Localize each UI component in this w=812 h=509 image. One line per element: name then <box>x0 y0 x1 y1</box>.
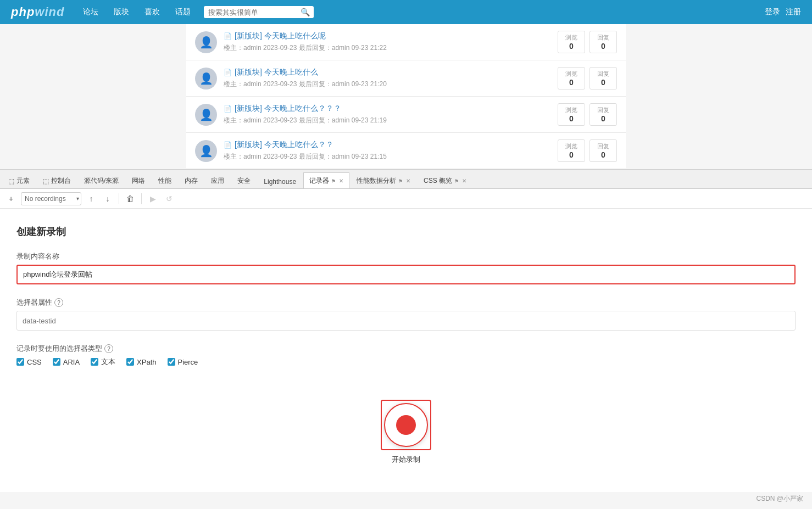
post-title-text-1[interactable]: [新版块] 今天晚上吃什么呢 <box>235 31 326 41</box>
tab-console[interactable]: ⬚ 控制台 <box>37 172 77 189</box>
record-button-box <box>381 400 431 450</box>
play-button[interactable]: ▶ <box>146 192 159 205</box>
checkbox-aria-input[interactable] <box>53 358 60 366</box>
checkbox-group: CSS ARIA 文本 XPath Pierce <box>16 357 796 367</box>
post-stats-3: 浏览 0 回复 0 <box>558 103 617 126</box>
selector-form-group: 选择器属性 ? <box>16 298 796 331</box>
selector-input[interactable] <box>16 311 796 331</box>
post-item-2: 👤 📄 [新版块] 今天晚上吃什么 楼主：admin 2023-09-23 最后… <box>186 60 626 97</box>
tab-recorder[interactable]: 记录器 ⚑ ✕ <box>303 172 349 189</box>
post-info-4: 📄 [新版块] 今天晚上吃什么？？ 楼主：admin 2023-09-23 最后… <box>224 140 558 161</box>
replies-label-2: 回复 <box>597 70 609 78</box>
post-title-1: 📄 [新版块] 今天晚上吃什么呢 <box>224 31 558 41</box>
devtools-panel: ⬚ 元素 ⬚ 控制台 源代码/来源 网络 性能 内存 应用 安全 Lightho… <box>0 169 812 492</box>
checkbox-xpath-input[interactable] <box>126 358 134 366</box>
post-info-2: 📄 [新版块] 今天晚上吃什么 楼主：admin 2023-09-23 最后回复… <box>224 68 558 89</box>
tab-memory[interactable]: 内存 <box>179 172 204 189</box>
post-item-3: 👤 📄 [新版块] 今天晚上吃什么？？？ 楼主：admin 2023-09-23… <box>186 97 626 133</box>
post-title-text-4[interactable]: [新版块] 今天晚上吃什么？？ <box>235 140 333 150</box>
download-button[interactable]: ↓ <box>101 192 114 205</box>
replies-stat-4: 回复 0 <box>589 139 617 162</box>
tab-security[interactable]: 安全 <box>231 172 257 189</box>
search-input[interactable] <box>208 8 301 16</box>
tab-network[interactable]: 网络 <box>126 172 151 189</box>
avatar-2: 👤 <box>195 68 217 90</box>
register-link[interactable]: 注册 <box>786 7 801 17</box>
views-label-2: 浏览 <box>565 70 577 78</box>
tab-css-overview-close[interactable]: ✕ <box>462 178 466 184</box>
recording-select-wrapper: No recordings <box>21 192 81 205</box>
logo-php: php <box>11 5 35 19</box>
top-navigation: phpwind 论坛 版块 喜欢 话题 🔍 登录 注册 <box>0 0 812 24</box>
login-link[interactable]: 登录 <box>765 7 780 17</box>
views-label-3: 浏览 <box>565 106 577 114</box>
checkbox-css[interactable]: CSS <box>16 358 42 366</box>
search-icon: 🔍 <box>301 8 310 16</box>
checkbox-pierce-input[interactable] <box>168 358 175 366</box>
post-stats-2: 浏览 0 回复 0 <box>558 67 617 90</box>
tab-css-overview[interactable]: CSS 概览 ⚑ ✕ <box>418 172 472 189</box>
tab-performance-insights[interactable]: 性能数据分析 ⚑ ✕ <box>351 172 416 189</box>
name-input[interactable] <box>16 265 796 284</box>
recording-select[interactable]: No recordings <box>21 192 81 205</box>
checkbox-css-input[interactable] <box>16 358 24 366</box>
replay-button[interactable]: ↺ <box>163 192 176 205</box>
tab-css-overview-label: CSS 概览 <box>424 176 452 186</box>
nav-topics[interactable]: 话题 <box>173 6 193 18</box>
post-info-1: 📄 [新版块] 今天晚上吃什么呢 楼主：admin 2023-09-23 最后回… <box>224 31 558 53</box>
tab-recorder-badge: ⚑ <box>331 178 336 184</box>
tab-application[interactable]: 应用 <box>205 172 230 189</box>
delete-button[interactable]: 🗑 <box>124 192 137 205</box>
selector-help-icon[interactable]: ? <box>54 298 63 307</box>
post-title-text-3[interactable]: [新版块] 今天晚上吃什么？？？ <box>235 104 341 114</box>
nav-sections[interactable]: 版块 <box>112 6 131 18</box>
tab-lighthouse-label: Lighthouse <box>264 178 296 186</box>
selector-type-form-group: 记录时要使用的选择器类型 ? CSS ARIA 文本 XPat <box>16 344 796 367</box>
tab-perf-insights-close[interactable]: ✕ <box>406 178 410 184</box>
views-label-4: 浏览 <box>565 142 577 150</box>
post-meta-2: 楼主：admin 2023-09-23 最后回复：admin 09-23 21:… <box>224 80 558 89</box>
post-title-2: 📄 [新版块] 今天晚上吃什么 <box>224 68 558 77</box>
name-form-group: 录制内容名称 <box>16 251 796 284</box>
nav-forum[interactable]: 论坛 <box>81 6 101 18</box>
replay-icon: ↺ <box>166 194 173 203</box>
checkbox-text-input[interactable] <box>91 358 98 366</box>
post-title-text-2[interactable]: [新版块] 今天晚上吃什么 <box>235 68 318 77</box>
checkbox-aria[interactable]: ARIA <box>53 358 80 366</box>
tab-recorder-close[interactable]: ✕ <box>339 178 343 184</box>
play-icon: ▶ <box>150 194 156 203</box>
replies-stat-3: 回复 0 <box>589 103 617 126</box>
replies-value-2: 0 <box>601 78 605 87</box>
views-value-4: 0 <box>569 150 574 159</box>
post-meta-1: 楼主：admin 2023-09-23 最后回复：admin 09-23 21:… <box>224 43 558 53</box>
nav-likes[interactable]: 喜欢 <box>142 6 162 18</box>
tab-elements[interactable]: ⬚ 元素 <box>2 172 36 189</box>
logo-wind: wind <box>35 5 64 19</box>
download-icon: ↓ <box>106 194 110 203</box>
checkbox-css-label: CSS <box>27 358 42 366</box>
tab-console-icon: ⬚ <box>43 177 49 185</box>
views-label-1: 浏览 <box>565 33 577 42</box>
tab-elements-label: 元素 <box>16 176 30 186</box>
views-value-3: 0 <box>569 114 574 123</box>
delete-icon: 🗑 <box>126 194 134 203</box>
replies-stat-1: 回复 0 <box>589 31 617 53</box>
replies-label-3: 回复 <box>597 106 609 114</box>
post-meta-3: 楼主：admin 2023-09-23 最后回复：admin 09-23 21:… <box>224 116 558 125</box>
tab-performance[interactable]: 性能 <box>152 172 177 189</box>
checkbox-pierce[interactable]: Pierce <box>168 358 198 366</box>
tab-lighthouse[interactable]: Lighthouse <box>258 174 302 189</box>
checkbox-text[interactable]: 文本 <box>91 357 115 367</box>
tab-sources[interactable]: 源代码/来源 <box>78 172 125 189</box>
post-stats-4: 浏览 0 回复 0 <box>558 139 617 162</box>
section-title: 创建新录制 <box>16 225 796 238</box>
upload-button[interactable]: ↑ <box>85 192 98 205</box>
add-recording-button[interactable]: + <box>4 192 18 205</box>
checkbox-xpath[interactable]: XPath <box>126 358 156 366</box>
forum-content: 👤 📄 [新版块] 今天晚上吃什么呢 楼主：admin 2023-09-23 最… <box>186 24 626 169</box>
selector-type-help-icon[interactable]: ? <box>104 344 113 353</box>
tab-recorder-label: 记录器 <box>309 176 329 186</box>
start-recording-button[interactable] <box>384 403 428 447</box>
tab-performance-label: 性能 <box>158 176 171 186</box>
checkbox-text-label: 文本 <box>101 357 115 367</box>
